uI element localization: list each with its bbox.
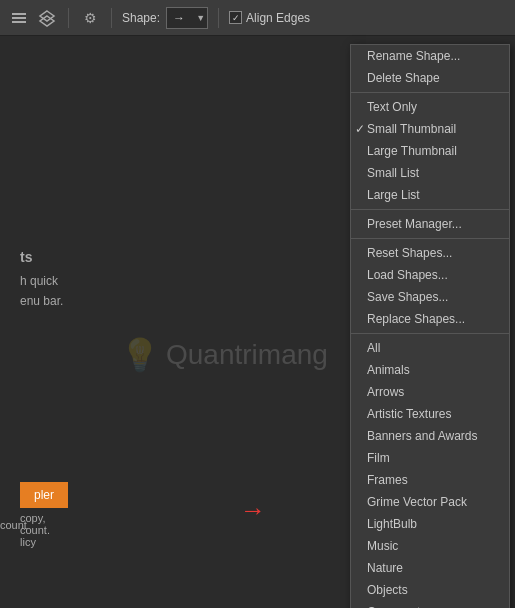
context-menu: Rename Shape... Delete Shape Text Only S…	[350, 44, 510, 608]
menu-item-large-thumbnail[interactable]: Large Thumbnail	[351, 140, 509, 162]
menu-item-objects[interactable]: Objects	[351, 579, 509, 601]
dropdown-arrow-icon: ▼	[196, 13, 205, 23]
menu-item-save-shapes[interactable]: Save Shapes...	[351, 286, 509, 308]
align-edges-group: ✓ Align Edges	[229, 11, 310, 25]
menu-item-animals[interactable]: Animals	[351, 359, 509, 381]
separator-2	[111, 8, 112, 28]
toolbar: ⚙ Shape: → ▼ ✓ Align Edges	[0, 0, 515, 36]
menu-item-rename-shape[interactable]: Rename Shape...	[351, 45, 509, 67]
menu-separator-3	[351, 238, 509, 239]
content-line1: h quick	[20, 272, 63, 291]
content-title: ts	[20, 246, 63, 268]
menu-separator-4	[351, 333, 509, 334]
menu-separator-2	[351, 209, 509, 210]
menu-item-music[interactable]: Music	[351, 535, 509, 557]
layers-icon[interactable]	[8, 7, 30, 29]
menu-item-reset-shapes[interactable]: Reset Shapes...	[351, 242, 509, 264]
menu-item-replace-shapes[interactable]: Replace Shapes...	[351, 308, 509, 330]
menu-item-text-only[interactable]: Text Only	[351, 96, 509, 118]
menu-item-delete-shape[interactable]: Delete Shape	[351, 67, 509, 89]
bottom-link-3: licy	[20, 536, 50, 548]
align-edges-checkbox[interactable]: ✓	[229, 11, 242, 24]
shape-label: Shape:	[122, 11, 160, 25]
menu-item-ornaments[interactable]: Ornaments	[351, 601, 509, 608]
arrow-annotation: →	[240, 494, 266, 526]
watermark: 💡 Quantrimang	[120, 336, 328, 374]
shape-arrow-icon: →	[173, 11, 185, 25]
count-label: count	[0, 519, 27, 531]
menu-item-grime-vector-pack[interactable]: Grime Vector Pack	[351, 491, 509, 513]
menu-item-preset-manager[interactable]: Preset Manager...	[351, 213, 509, 235]
menu-separator-1	[351, 92, 509, 93]
menu-item-load-shapes[interactable]: Load Shapes...	[351, 264, 509, 286]
menu-item-nature[interactable]: Nature	[351, 557, 509, 579]
menu-item-small-list[interactable]: Small List	[351, 162, 509, 184]
svg-rect-2	[12, 21, 26, 23]
stack-icon[interactable]	[36, 7, 58, 29]
align-edges-label: Align Edges	[246, 11, 310, 25]
menu-item-large-list[interactable]: Large List	[351, 184, 509, 206]
menu-item-all[interactable]: All	[351, 337, 509, 359]
orange-button[interactable]: pler	[20, 482, 68, 508]
content-line2: enu bar.	[20, 292, 63, 311]
separator-3	[218, 8, 219, 28]
content-area: ts h quick enu bar.	[20, 246, 63, 311]
gear-icon[interactable]: ⚙	[79, 7, 101, 29]
menu-item-banners-awards[interactable]: Banners and Awards	[351, 425, 509, 447]
menu-item-frames[interactable]: Frames	[351, 469, 509, 491]
menu-item-small-thumbnail[interactable]: Small Thumbnail	[351, 118, 509, 140]
svg-rect-1	[12, 17, 26, 19]
svg-rect-0	[12, 13, 26, 15]
watermark-text: Quantrimang	[166, 339, 328, 371]
separator-1	[68, 8, 69, 28]
menu-item-film[interactable]: Film	[351, 447, 509, 469]
menu-item-arrows[interactable]: Arrows	[351, 381, 509, 403]
menu-item-artistic-textures[interactable]: Artistic Textures	[351, 403, 509, 425]
menu-item-lightbulb[interactable]: LightBulb	[351, 513, 509, 535]
